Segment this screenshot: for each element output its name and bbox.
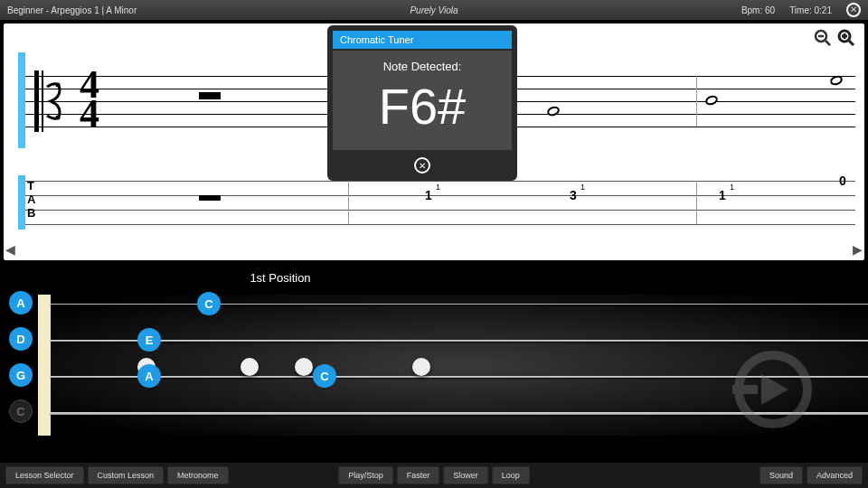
- open-string-g[interactable]: G: [9, 363, 33, 387]
- time-signature: 4 4: [80, 70, 99, 128]
- svg-point-10: [56, 116, 61, 120]
- playhead-staff: [18, 52, 25, 148]
- strings-area: CEAC: [51, 295, 868, 436]
- position-label: 1st Position: [136, 271, 425, 285]
- barline: [348, 181, 349, 224]
- tab-finger: 1: [436, 183, 440, 192]
- next-page-button[interactable]: ▶: [853, 242, 863, 257]
- whole-rest: [199, 92, 221, 99]
- prev-page-button[interactable]: ◀: [5, 242, 15, 257]
- tab-staff: T A B 1131110: [18, 175, 855, 239]
- fret-note-c[interactable]: C: [197, 292, 221, 315]
- open-string-d[interactable]: D: [9, 327, 33, 351]
- tuner-close-button[interactable]: ✕: [414, 157, 430, 174]
- string-d: [51, 340, 868, 342]
- sound-button[interactable]: Sound: [760, 466, 803, 484]
- barline: [696, 76, 697, 127]
- play-arrow-icon[interactable]: [732, 349, 814, 430]
- zoom-in-icon: [837, 28, 855, 48]
- fret-note-c[interactable]: C: [313, 364, 336, 388]
- svg-rect-12: [732, 385, 758, 394]
- svg-line-1: [826, 41, 830, 45]
- fret-marker: [412, 358, 430, 376]
- tab-finger: 1: [580, 183, 585, 192]
- advanced-button[interactable]: Advanced: [807, 466, 863, 484]
- tab-number: 1: [719, 188, 726, 202]
- tuner-panel: Chromatic Tuner Note Detected: F6# ✕: [327, 25, 517, 181]
- play_stop-button[interactable]: Play/Stop: [338, 466, 393, 484]
- fret-note-a[interactable]: A: [137, 364, 161, 388]
- lesson-title: Beginner - Arpeggios 1 | A Minor: [7, 5, 137, 15]
- time-label: Time: 0:21: [789, 5, 832, 15]
- playhead-tab: [18, 175, 25, 230]
- zoom-out-button[interactable]: [814, 29, 832, 47]
- open-string-a[interactable]: A: [9, 291, 33, 314]
- fret-marker: [295, 358, 313, 376]
- tuner-detected-label: Note Detected:: [333, 60, 512, 73]
- close-button[interactable]: ✕: [846, 3, 861, 17]
- custom_lesson-button[interactable]: Custom Lesson: [88, 466, 165, 484]
- alto-clef-icon: [34, 70, 72, 136]
- tuner-header: Chromatic Tuner: [333, 31, 512, 49]
- bpm-label: Bpm: 60: [741, 5, 775, 15]
- tab-rest: [199, 195, 221, 201]
- slower-button[interactable]: Slower: [443, 466, 488, 484]
- fretboard-nut: [38, 295, 51, 436]
- zoom-out-icon: [814, 29, 832, 47]
- tuner-note-value: F6#: [333, 77, 512, 136]
- tab-number: 0: [839, 174, 846, 188]
- svg-rect-7: [34, 70, 39, 132]
- string-a: [51, 304, 868, 305]
- fret-note-e[interactable]: E: [137, 328, 161, 352]
- zoom-in-button[interactable]: [837, 29, 855, 47]
- open-string-c[interactable]: C: [9, 399, 33, 423]
- app-brand: Purely Viola: [410, 5, 458, 15]
- top-bar: Beginner - Arpeggios 1 | A Minor Purely …: [0, 0, 868, 20]
- lesson_selector-button[interactable]: Lesson Selector: [5, 466, 84, 484]
- svg-line-4: [849, 41, 854, 45]
- tab-number: 3: [570, 188, 577, 202]
- tab-finger: 1: [730, 183, 734, 192]
- svg-point-9: [56, 83, 61, 88]
- fretboard: 1st Position ADGC CEAC: [0, 262, 868, 452]
- tab-label: T A B: [27, 179, 35, 220]
- barline: [696, 181, 697, 224]
- svg-rect-8: [42, 70, 43, 132]
- faster-button[interactable]: Faster: [397, 466, 440, 484]
- tab-number: 1: [425, 188, 432, 202]
- loop-button[interactable]: Loop: [492, 466, 530, 484]
- bottom-toolbar: Lesson SelectorCustom LessonMetronome Pl…: [0, 463, 868, 488]
- metronome-button[interactable]: Metronome: [167, 466, 229, 484]
- fret-marker: [241, 358, 259, 376]
